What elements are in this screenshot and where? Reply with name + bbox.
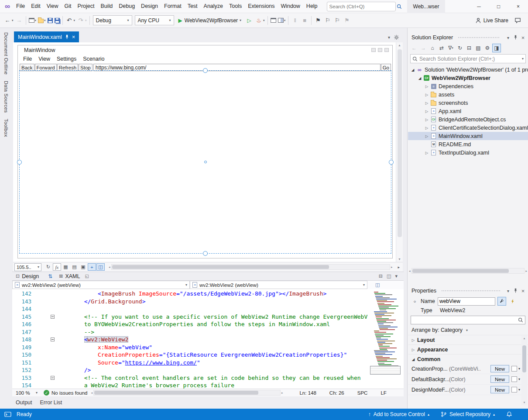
find-in-files-icon[interactable] — [270, 15, 277, 26]
resize-handle-top[interactable] — [203, 68, 208, 73]
collapse-all-icon[interactable]: ⊟ — [465, 44, 473, 52]
designed-menu-view[interactable]: View — [38, 56, 50, 62]
tree-item-screenshots[interactable]: ▷screenshots — [408, 99, 528, 107]
design-tab[interactable]: Design — [22, 273, 39, 279]
solution-search-input[interactable] — [419, 56, 518, 62]
code-line[interactable]: 143 </Grid.Background> — [12, 298, 373, 306]
events-lightning-button[interactable] — [508, 297, 517, 306]
health-check-icon[interactable]: ✓ — [44, 390, 49, 396]
editor-horizontal-scrollbar[interactable]: ◂▸ — [91, 390, 283, 396]
collapse-pane-icon[interactable]: ▾ — [395, 273, 398, 279]
tree-chevron-icon[interactable]: ◢ — [417, 76, 423, 80]
code-line[interactable]: 150 CreationProperties="{StaticResource … — [12, 351, 373, 359]
home-icon[interactable]: ⌂ — [428, 44, 437, 52]
fold-toggle-icon[interactable] — [51, 337, 55, 341]
background-tasks-icon[interactable] — [4, 411, 11, 417]
editor-options-gear-icon[interactable] — [394, 34, 399, 40]
menu-file[interactable]: File — [13, 0, 28, 13]
menu-design[interactable]: Design — [138, 0, 161, 13]
tree-item-readme-md[interactable]: MREADME.md — [408, 140, 528, 148]
sync-with-active-document-icon[interactable]: ⇄ — [437, 44, 446, 52]
resize-handle-left[interactable] — [17, 160, 22, 165]
code-line[interactable]: 152 /> — [12, 366, 373, 374]
pin-icon[interactable] — [65, 34, 69, 40]
value-swatch[interactable] — [511, 387, 517, 392]
resize-handle-bottom[interactable] — [203, 251, 208, 256]
menu-window[interactable]: Window — [278, 0, 303, 13]
tree-item-app-xaml[interactable]: ▷‹›App.xaml — [408, 107, 528, 115]
pop-out-icon[interactable]: ◱ — [85, 274, 89, 279]
close-button[interactable]: × — [508, 0, 528, 13]
panel-drag-grip[interactable] — [458, 37, 500, 39]
code-line[interactable]: 142 <ImageBrush ImageSource="/assets/Edg… — [12, 290, 373, 298]
section-layout[interactable]: ▷Layout — [408, 335, 528, 344]
properties-icon[interactable]: ⚙ — [483, 44, 492, 52]
navigate-back-icon[interactable]: ←▾ — [3, 15, 14, 26]
panel-splitter[interactable] — [404, 28, 407, 409]
show-snap-grid-icon[interactable]: ◫ — [96, 263, 105, 271]
notifications-bell-icon[interactable] — [506, 411, 512, 417]
fold-toggle-icon[interactable] — [51, 376, 55, 380]
code-line[interactable]: 153 <!-- The control event handlers are … — [12, 374, 373, 382]
designer-vertical-scrollbar[interactable]: ▲▼ — [396, 42, 403, 262]
tree-chevron-icon[interactable]: ▷ — [424, 151, 430, 155]
active-files-dropdown-icon[interactable]: ▾ — [388, 35, 390, 40]
start-debugging-button[interactable]: ▶WebView2WpfBrowser▾ — [176, 15, 244, 26]
code-line[interactable]: 148 <wv2:WebView2 — [12, 336, 373, 344]
snap-to-grid-icon[interactable]: ▤ — [70, 263, 79, 271]
menu-project[interactable]: Project — [75, 0, 98, 13]
live-share-button[interactable]: Live Share — [475, 17, 508, 24]
side-tab-document-outline[interactable]: Document Outline — [3, 32, 9, 75]
maximize-button[interactable]: □ — [489, 0, 508, 13]
breadcrumb-left-combo[interactable]: ‹› wv2:WebView2 (webView)▾ — [12, 281, 190, 289]
split-editor-icon[interactable]: ◫ — [375, 282, 380, 288]
show-artboard-background-icon[interactable]: ▣ — [79, 263, 87, 271]
code-line[interactable]: 149 x:Name="webView" — [12, 344, 373, 351]
minimize-button[interactable]: ─ — [469, 0, 489, 13]
solution-platform-combo[interactable]: Any CPU▾ — [135, 15, 174, 25]
properties-wrench-button[interactable] — [497, 297, 506, 306]
hot-reload-icon[interactable]: ♨▾ — [254, 15, 266, 26]
new-value-button[interactable]: New — [490, 386, 509, 393]
solution-configuration-combo[interactable]: Debug▾ — [93, 15, 132, 25]
tab-error-list[interactable]: Error List — [40, 399, 62, 406]
open-folder-icon[interactable]: ▾ — [37, 15, 47, 26]
menu-edit[interactable]: Edit — [28, 0, 44, 13]
menu-git[interactable]: Git — [62, 0, 75, 13]
refresh-icon[interactable]: ↻ — [456, 44, 464, 52]
pin-icon[interactable] — [514, 35, 518, 40]
value-dropdown-icon[interactable]: ▾ — [518, 377, 520, 381]
send-feedback-icon[interactable] — [514, 17, 521, 24]
section-common[interactable]: ◢Common — [408, 354, 528, 364]
save-all-icon[interactable] — [54, 15, 61, 26]
value-dropdown-icon[interactable]: ▾ — [518, 367, 520, 371]
menu-analyze[interactable]: Analyze — [201, 0, 226, 13]
close-tab-icon[interactable]: × — [72, 34, 75, 40]
menu-extensions[interactable]: Extensions — [245, 0, 278, 13]
code-line[interactable]: 147 --> — [12, 328, 373, 336]
tree-chevron-icon[interactable]: ▷ — [424, 101, 430, 105]
zoom-level-combo[interactable]: 105.5..▾ — [14, 263, 41, 271]
toggle-bookmark-icon[interactable]: ⚑ — [313, 15, 323, 26]
section-appearance[interactable]: ▷Appearance — [408, 344, 528, 354]
tree-chevron-icon[interactable]: ▷ — [424, 93, 430, 97]
xaml-code-editor[interactable]: 142 <ImageBrush ImageSource="/assets/Edg… — [12, 289, 404, 389]
minimap-viewport[interactable] — [370, 366, 401, 375]
tree-item-webview2wpfbrowser[interactable]: ◢C#WebView2WpfBrowser — [408, 74, 528, 82]
undo-icon[interactable]: ↶▾ — [65, 15, 76, 26]
menu-help[interactable]: Help — [303, 0, 321, 13]
close-panel-icon[interactable]: × — [520, 288, 526, 294]
tree-item-clientcertificateselectiondialog-xaml[interactable]: ▷‹›ClientCertificateSelectionDialog.xaml — [408, 124, 528, 132]
refresh-designer-icon[interactable]: ↻ — [44, 263, 52, 271]
new-value-button[interactable]: New — [490, 375, 509, 383]
global-search[interactable] — [327, 2, 396, 11]
tree-item-mainwindow-xaml[interactable]: ▷‹›MainWindow.xaml — [408, 132, 528, 140]
solution-search[interactable]: ▾ — [410, 54, 526, 63]
code-line[interactable]: 144 — [12, 305, 373, 313]
resize-handle-right[interactable] — [389, 160, 394, 165]
show-grid-icon[interactable]: ▦ — [62, 263, 70, 271]
search-options-icon[interactable]: ▾ — [522, 57, 524, 61]
designed-menu-file[interactable]: File — [23, 56, 32, 62]
fold-toggle-icon[interactable] — [51, 315, 55, 319]
editor-zoom-combo[interactable]: 100 %▾ — [14, 390, 39, 396]
